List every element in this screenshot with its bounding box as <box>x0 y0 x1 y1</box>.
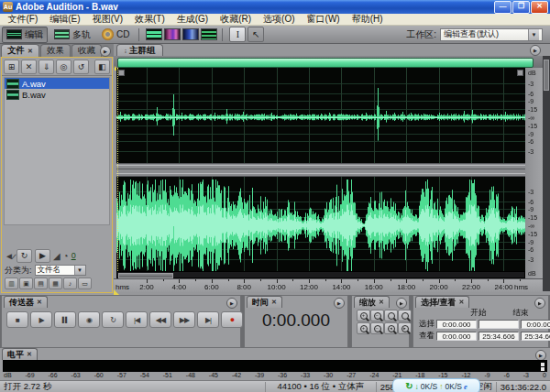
playhead-cursor[interactable] <box>117 68 118 271</box>
preview-play-button[interactable]: ▶ <box>35 249 50 263</box>
menu-item-0[interactable]: 文件(F) <box>2 13 44 26</box>
zoom-out-button[interactable]: − <box>370 310 384 321</box>
zoom-out-vertical-button[interactable]: − <box>370 322 384 334</box>
selection-field-start[interactable]: 0:00.000 <box>436 320 477 329</box>
loop-button[interactable]: ↻ <box>102 311 124 328</box>
spectral-frequency-icon[interactable] <box>164 28 181 40</box>
spectral-phase-icon[interactable] <box>201 28 217 40</box>
close-icon[interactable]: ✕ <box>28 48 33 55</box>
selection-field-end[interactable]: 25:34.606 <box>478 332 519 341</box>
loop-play-button[interactable]: ↻ <box>16 249 32 263</box>
panel-menu-icon[interactable]: ▶ <box>334 298 345 309</box>
browser-icon[interactable]: e <box>464 382 468 391</box>
clip-indicator[interactable] <box>541 367 544 371</box>
play-button[interactable]: ▶ <box>30 311 52 328</box>
range-handle-right[interactable] <box>517 70 523 76</box>
mode-button-cd[interactable]: CD <box>97 27 134 43</box>
clip-indicator[interactable] <box>541 363 544 366</box>
range-handle-left[interactable] <box>118 70 125 76</box>
tab-effects[interactable]: 效果 <box>40 44 71 57</box>
tab-selection-view[interactable]: 选择/查看 ✕ <box>415 296 469 308</box>
view-toggle-5[interactable]: ▭ <box>78 278 92 289</box>
tab-levels[interactable]: 电平 ✕ <box>2 348 38 360</box>
menu-item-7[interactable]: 窗口(W) <box>301 13 346 26</box>
amplitude-ruler[interactable]: dB-3-6-9-15-∞-15-9-6-3-3-6-9-15-∞-15-9-6… <box>525 68 543 278</box>
panel-menu-icon[interactable]: ▶ <box>396 298 407 309</box>
record-button[interactable]: ● <box>221 311 243 328</box>
view-toggle-1[interactable]: ▣ <box>19 278 33 289</box>
workspace-select[interactable]: 编辑查看(默认) ▼ <box>440 28 543 41</box>
stop-button[interactable]: ■ <box>6 311 28 328</box>
view-toggle-3[interactable]: ▦ <box>49 278 62 289</box>
zoom-selection-button[interactable] <box>384 310 398 321</box>
mute-speaker-icon[interactable]: ◄̷ <box>5 251 14 261</box>
selection-field-start[interactable]: 0:00.000 <box>436 332 477 341</box>
close-icon[interactable]: ✕ <box>459 299 465 306</box>
mode-button-multitrack[interactable]: 多轨 <box>50 27 95 43</box>
close-icon[interactable]: ✕ <box>271 299 277 306</box>
go-to-start-button[interactable]: |◀ <box>126 311 148 328</box>
menu-item-6[interactable]: 选项(O) <box>258 13 301 26</box>
fast-forward-button[interactable]: ▶▶ <box>173 311 195 328</box>
sort-select[interactable]: 文件名 ▼ <box>35 265 86 276</box>
volume-wedge-icon[interactable]: ◢ <box>53 251 60 261</box>
network-speed-widget[interactable]: ↻ ↓ 0K/S ↑ 0K/S e <box>392 378 480 392</box>
tab-favorites[interactable]: 收藏 <box>72 44 102 57</box>
panel-menu-icon[interactable]: ▶ <box>530 45 541 56</box>
waveform-view-icon[interactable] <box>146 28 162 40</box>
menu-item-8[interactable]: 帮助(H) <box>346 13 389 26</box>
tab-zoom[interactable]: 缩放 ✕ <box>354 296 390 308</box>
file-list[interactable]: A.wavB.wav <box>4 77 110 225</box>
panel-menu-icon[interactable]: ▶ <box>226 298 237 309</box>
play-from-cursor-button[interactable]: ◉ <box>78 311 100 328</box>
view-toggle-2[interactable]: ▤ <box>34 278 48 289</box>
tab-time[interactable]: 时间 ✕ <box>247 296 282 308</box>
vertical-scrollbar[interactable] <box>543 56 550 291</box>
close-button[interactable]: ✕ <box>531 1 548 14</box>
insert-into-cd-icon[interactable]: ◎ <box>56 60 72 74</box>
edit-file-icon[interactable]: ↺ <box>73 60 89 74</box>
zoom-full-button[interactable] <box>398 310 412 321</box>
chevron-down-icon[interactable]: ▼ <box>528 29 539 40</box>
tab-transport[interactable]: 传送器 ✕ <box>4 296 48 308</box>
zoom-in-vertical-button[interactable]: + <box>357 322 370 334</box>
volume-dial-icon[interactable]: ◔ <box>63 251 69 261</box>
file-list-item[interactable]: A.wav <box>5 78 109 89</box>
timeline-ruler[interactable]: hms2:004:006:008:0010:0012:0014:0016:001… <box>114 278 543 292</box>
menu-item-5[interactable]: 收藏(R) <box>214 13 258 26</box>
hybrid-tool[interactable]: ↖ <box>248 27 264 42</box>
menu-item-3[interactable]: 效果(T) <box>128 13 170 26</box>
time-selection-tool[interactable]: I <box>229 27 246 42</box>
go-to-end-button[interactable]: ▶| <box>197 311 219 328</box>
rewind-button[interactable]: ◀◀ <box>149 311 171 328</box>
selection-field-end[interactable] <box>478 320 519 329</box>
import-file-icon[interactable]: ⊞ <box>4 60 19 74</box>
view-toggle-4[interactable]: ♪ <box>63 278 77 289</box>
panel-menu-icon[interactable]: ▶ <box>100 46 111 57</box>
horizontal-scrollbar[interactable] <box>116 271 525 278</box>
mode-button-edit[interactable]: 编辑 <box>2 27 48 43</box>
show-options-icon[interactable]: ◧ <box>94 60 110 74</box>
view-toggle-0[interactable]: ▥ <box>5 278 18 289</box>
zoom-sel-left-button[interactable]: ◂ <box>384 322 398 334</box>
restore-button[interactable]: ❐ <box>512 1 530 14</box>
spectral-pan-icon[interactable] <box>182 28 199 40</box>
menu-item-1[interactable]: 编辑(E) <box>44 13 86 26</box>
close-file-icon[interactable]: ✕ <box>21 60 37 74</box>
close-icon[interactable]: ✕ <box>27 351 32 358</box>
tab-files[interactable]: 文件✕ <box>1 44 39 57</box>
level-meter[interactable] <box>3 360 547 372</box>
selection-field-length[interactable]: 25:34.606 <box>521 332 550 341</box>
refresh-icon[interactable]: ↻ <box>405 381 412 391</box>
minimize-button[interactable]: — <box>494 1 512 14</box>
overview-range-bar[interactable] <box>117 58 534 68</box>
close-icon[interactable]: ✕ <box>379 299 384 306</box>
zoom-sel-right-button[interactable]: ▸ <box>398 322 412 334</box>
waveform-display[interactable] <box>116 68 525 271</box>
scrollbar-thumb[interactable] <box>544 60 549 91</box>
zoom-in-button[interactable]: + <box>357 310 370 321</box>
pause-button[interactable]: ▌▌ <box>54 311 76 328</box>
close-icon[interactable]: ✕ <box>37 299 42 306</box>
selection-field-length[interactable]: 0:00.000 <box>521 320 550 329</box>
insert-into-multitrack-icon[interactable]: ⇓ <box>38 60 54 74</box>
